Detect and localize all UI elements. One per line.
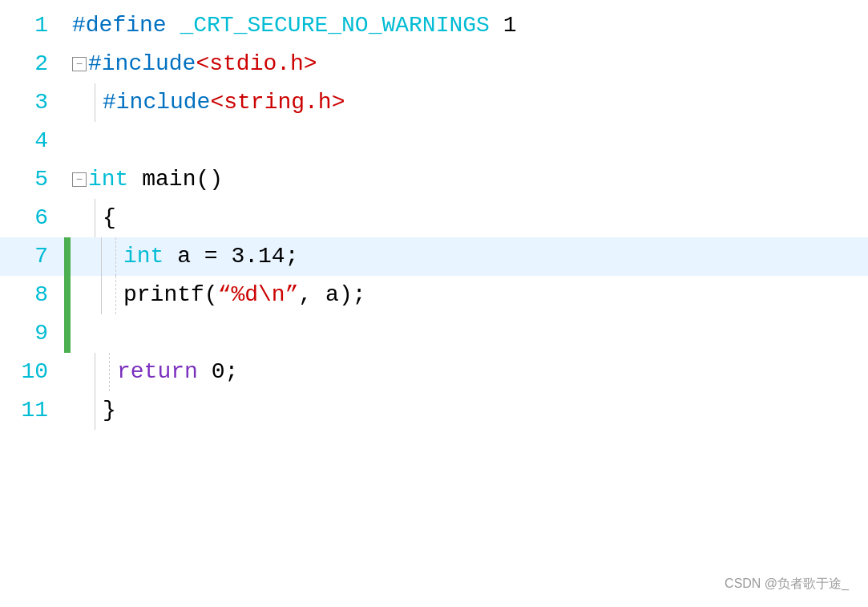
token-semi-7: ; [285, 244, 299, 269]
indent-guide-8b [115, 276, 117, 314]
line-content-6: { [64, 199, 868, 237]
line-content-10: return 0; [64, 353, 868, 391]
token-comma: , [298, 282, 312, 307]
code-line-6: 6 { [0, 199, 868, 237]
token-header-stdio: <stdio.h> [196, 51, 317, 76]
indent-guide-10a [95, 353, 96, 391]
line-content-4 [64, 122, 868, 160]
line-content-9 [64, 314, 868, 353]
token-string-format: “%d\n” [218, 282, 299, 307]
watermark: CSDN @负者歌于途_ [725, 576, 849, 593]
collapse-icon-2[interactable]: − [72, 57, 87, 71]
indent-guide-7b [115, 237, 117, 276]
line-number-7: 7 [0, 237, 64, 276]
code-line-8: 8 printf(“%d\n”, a); [0, 276, 868, 314]
indent-guide-7a [101, 237, 103, 276]
code-line-3: 3 #include<string.h> [0, 83, 868, 122]
indent-guide-10b [109, 353, 111, 391]
token-int-a: int [123, 244, 164, 269]
token-brace-close: } [103, 398, 116, 423]
green-bar-7 [64, 237, 71, 276]
line-content-7: int a = 3.14; [64, 237, 868, 276]
token-paren-main: () [196, 167, 223, 192]
green-bar-9 [64, 314, 71, 353]
line-number-8: 8 [0, 276, 64, 314]
token-include: #include [88, 51, 196, 76]
code-line-9: 9 [0, 314, 868, 353]
code-line-10: 10 return 0; [0, 353, 868, 391]
indent-guide-6 [95, 199, 96, 237]
code-line-7: 7 int a = 3.14; [0, 237, 868, 276]
token-value: 1 [490, 13, 517, 38]
line-content-11: } [64, 391, 868, 430]
token-function-main: main [128, 167, 196, 192]
token-paren-printf: ( [204, 282, 218, 307]
line-number-6: 6 [0, 199, 64, 237]
token-var-a: a [164, 244, 204, 269]
line-number-2: 2 [0, 45, 64, 83]
token-eq: = [204, 244, 218, 269]
line-number-3: 3 [0, 83, 64, 122]
token-header-string: <string.h> [210, 90, 345, 115]
line-number-4: 4 [0, 122, 64, 160]
line-number-10: 10 [0, 353, 64, 391]
line-number-9: 9 [0, 314, 64, 353]
token-var-a-printf: a [312, 282, 339, 307]
line-number-11: 11 [0, 391, 64, 430]
code-editor: 1 #define _CRT_SECURE_NO_WARNINGS 1 2 − … [0, 0, 868, 607]
code-line-5: 5 − int main() [0, 160, 868, 199]
indent-guide-8a [101, 276, 103, 314]
line-content-5: − int main() [64, 160, 868, 199]
code-line-4: 4 [0, 122, 868, 160]
indent-guide-3 [95, 83, 96, 122]
line-number-5: 5 [0, 160, 64, 199]
code-area: 1 #define _CRT_SECURE_NO_WARNINGS 1 2 − … [0, 0, 868, 607]
token-printf: printf [123, 282, 204, 307]
line-content-3: #include<string.h> [64, 83, 868, 122]
code-line-2: 2 − #include<stdio.h> [0, 45, 868, 83]
green-bar-8 [64, 276, 71, 314]
line-number-1: 1 [0, 6, 64, 45]
token-brace-open: { [103, 205, 116, 230]
collapse-icon-5[interactable]: − [72, 172, 87, 187]
code-line-11: 11 } [0, 391, 868, 430]
indent-guide-11 [95, 391, 96, 430]
token-paren-close-printf: ); [339, 282, 366, 307]
token-semi-10: ; [224, 359, 238, 384]
token-define: #define [72, 13, 180, 38]
line-content-2: − #include<stdio.h> [64, 45, 868, 83]
token-include-2: #include [103, 90, 210, 115]
token-int-main: int [88, 167, 128, 192]
token-macro-name: _CRT_SECURE_NO_WARNINGS [180, 13, 489, 38]
line-content-8: printf(“%d\n”, a); [64, 276, 868, 314]
line-content-1: #define _CRT_SECURE_NO_WARNINGS 1 [64, 6, 868, 45]
token-return: return [117, 359, 198, 384]
token-314: 3.14 [218, 244, 285, 269]
code-line-1: 1 #define _CRT_SECURE_NO_WARNINGS 1 [0, 6, 868, 45]
token-zero: 0 [198, 359, 225, 384]
